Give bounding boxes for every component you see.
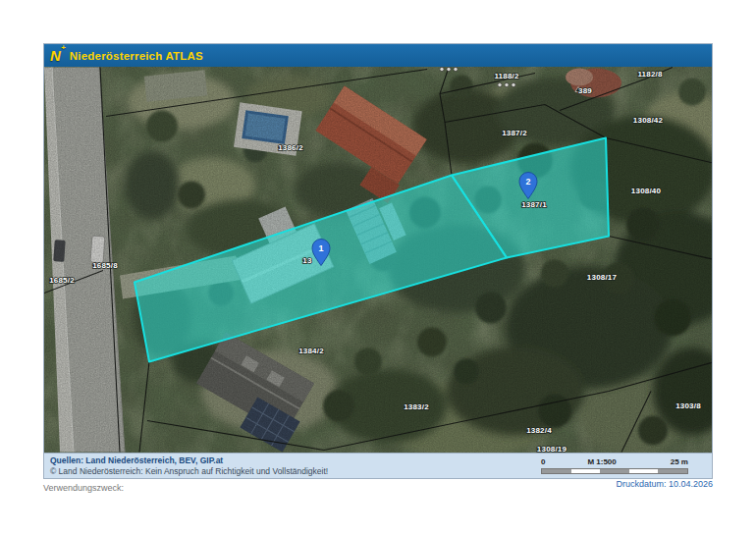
copyright-line: © Land Niederösterreich: Kein Anspruch a… (50, 466, 328, 477)
map-footer: Quellen: Land Niederösterreich, BEV, GIP… (44, 453, 712, 478)
print-meta-row: Verwendungszweck: Druckdatum: 10.04.2026 (43, 483, 713, 493)
dots-symbol-icon (454, 67, 458, 71)
parcel-label: 1685/2 (49, 276, 75, 285)
parcel-label: 1384/2 (298, 347, 324, 355)
parcel-label: 1188/2 (494, 72, 519, 80)
parcel-label: 1308/19 (537, 445, 567, 454)
attribution: Quellen: Land Niederösterreich, BEV, GIP… (50, 455, 328, 476)
dots-symbol-icon (447, 67, 451, 71)
dots-symbol-icon (498, 82, 502, 86)
print-date: Druckdatum: 10.04.2026 (616, 479, 713, 489)
noe-logo-icon: N+ (50, 48, 61, 63)
parcel-label: 1386/2 (278, 143, 303, 152)
dots-symbol-icon (512, 82, 515, 86)
point-label: 389 (578, 86, 592, 95)
purpose-label: Verwendungszweck: (43, 483, 124, 493)
parcel-label: 1685/8 (92, 261, 118, 270)
parcel-label: 13 (302, 256, 312, 265)
pin-number: 2 (525, 177, 530, 187)
parcel-label: 1382/4 (526, 426, 552, 435)
parcel-label: 1308/17 (587, 273, 618, 282)
parcel-label: 1308/42 (633, 116, 664, 125)
parcel-label: 1182/8 (637, 70, 663, 79)
scale-zero: 0 (541, 457, 545, 466)
map-viewport[interactable]: 1188/21182/81308/421387/21386/21308/4013… (44, 67, 712, 453)
app-title: Niederösterreich ATLAS (70, 50, 203, 62)
scale-track (541, 468, 688, 474)
parcel-label: 1383/2 (404, 402, 429, 411)
aerial-map[interactable]: 1188/21182/81308/421387/21386/21308/4013… (44, 67, 712, 453)
parcel-label: 1387/2 (502, 129, 527, 137)
parcel-label: 1303/8 (675, 401, 701, 410)
scale-bar: 0 M 1:500 25 m (541, 455, 688, 476)
dots-symbol-icon (505, 82, 509, 86)
parcel-label: 1308/40 (631, 187, 662, 195)
pin-number: 1 (318, 243, 323, 253)
app-header: N+ Niederösterreich ATLAS (44, 44, 712, 67)
print-preview-page: N+ Niederösterreich ATLAS (0, 0, 756, 535)
sources-line: Quellen: Land Niederösterreich, BEV, GIP… (50, 455, 328, 466)
atlas-frame: N+ Niederösterreich ATLAS (43, 43, 713, 479)
parcel-label: 1387/1 (521, 200, 547, 209)
dots-symbol-icon (440, 67, 444, 71)
scale-ratio: M 1:500 (587, 457, 616, 466)
scale-max: 25 m (671, 457, 688, 466)
